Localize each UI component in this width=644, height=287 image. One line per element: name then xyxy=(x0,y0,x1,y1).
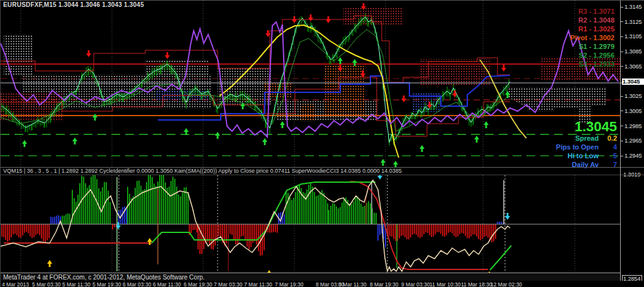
time-label: 5 Mar 03:30 xyxy=(32,281,60,287)
current-price-display: 1.3045 xyxy=(556,120,617,134)
price-tick: 1.2985 xyxy=(621,123,644,129)
mt4-chart-window: EURUSDFXF,M15 1.3044 1.3046 1.3043 1.304… xyxy=(0,0,644,287)
price-tick: 1.3125 xyxy=(621,19,644,25)
price-tick: 1.3025 xyxy=(621,93,644,99)
time-label: 9 Mar 03:30 xyxy=(401,281,430,287)
price-tick: 1.3065 xyxy=(621,63,644,70)
legend-row-r2: R2 - 1.3048 xyxy=(570,16,614,24)
price-tick: 1.2945 xyxy=(621,153,644,159)
legend-row-s2: S2 - 1.2956 xyxy=(570,51,614,60)
price-tick: 1.2965 xyxy=(621,138,644,144)
axis-separator-line xyxy=(620,1,621,281)
legend-row-r1: R1 - 1.3025 xyxy=(570,24,614,33)
time-label: 5 Mar 19:30 xyxy=(92,281,121,287)
panel-divider-bottom xyxy=(1,175,644,175)
price-tick: 1.3005 xyxy=(621,108,644,114)
time-label: 11 Mar 18:30 xyxy=(461,281,492,287)
info-row-pips-to-open: Pips to Open 4 xyxy=(556,143,617,151)
current-price-tick: 1.3045 xyxy=(622,79,644,85)
legend-row-r3: R3 - 1.3071 xyxy=(570,7,614,16)
time-label: 7 Mar 03:30 xyxy=(214,281,242,287)
main-chart-layer[interactable] xyxy=(1,1,620,168)
quote-line: EURUSDFXF,M15 1.3044 1.3046 1.3043 1.304… xyxy=(3,1,144,8)
time-label: 12 Mar 02:30 xyxy=(491,281,522,287)
time-label: 6 Mar 19:30 xyxy=(184,281,212,287)
time-label: 8 Mar 19:30 xyxy=(370,281,398,287)
pivot-legend: R3 - 1.3071R2 - 1.3048R1 - 1.3025Pivot -… xyxy=(570,7,614,68)
time-axis[interactable]: 4 Mar 20135 Mar 03:305 Mar 11:305 Mar 19… xyxy=(1,281,644,287)
status-text: MetaTrader 4 at FOREX.com, c 2001-2012, … xyxy=(3,274,204,281)
time-label: 7 Mar 19:30 xyxy=(275,281,303,287)
time-label: 6 Mar 03:30 xyxy=(123,281,151,287)
indicator-panel-layer[interactable] xyxy=(1,170,620,278)
time-label: 8 Mar 11:30 xyxy=(338,281,367,287)
legend-row-s1: S1 - 1.2979 xyxy=(570,42,614,51)
price-tick: 1.3085 xyxy=(621,48,644,55)
indicator-header: VQM15 | 36 , 3 , 5 , 1 | 1.2892 1.2892 C… xyxy=(3,168,619,174)
legend-row-s3: S3 - 1.2933 xyxy=(570,60,614,68)
time-label: 7 Mar 11:30 xyxy=(244,281,272,287)
legend-row-pivot: Pivot - 1.3002 xyxy=(570,33,614,42)
chart-canvas[interactable] xyxy=(1,1,644,287)
status-bar: MetaTrader 4 at FOREX.com, c 2001-2012, … xyxy=(1,273,620,281)
price-tick: 1.3105 xyxy=(621,33,644,40)
info-panel: 1.3045 Spread 0.2Pips to Open 4Hi to Low… xyxy=(556,120,617,169)
price-axis[interactable]: 1.31451.31251.31051.30851.30651.30451.30… xyxy=(621,1,644,273)
time-label: 6 Mar 11:30 xyxy=(153,281,181,287)
info-row-hi-to-low: Hi to Low 5 xyxy=(556,151,617,160)
time-label: 11 Mar 10:30 xyxy=(430,281,460,287)
info-row-spread: Spread 0.2 xyxy=(556,134,617,143)
time-label: 5 Mar 11:30 xyxy=(62,281,91,287)
price-tick: 1.3145 xyxy=(621,4,644,10)
time-label: 4 Mar 2013 xyxy=(2,281,29,287)
panel-divider-top[interactable] xyxy=(1,167,644,168)
